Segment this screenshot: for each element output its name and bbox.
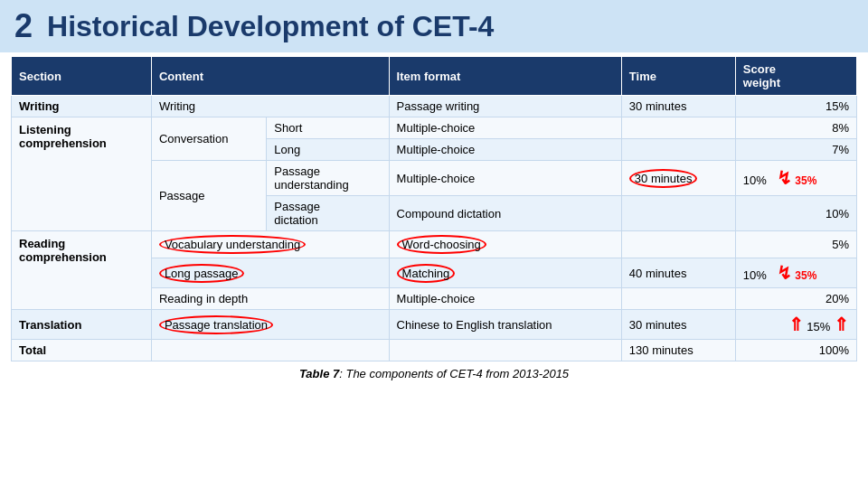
time-cell (621, 288, 735, 310)
item-format-cell: Multiple-choice (389, 139, 621, 161)
item-format-cell (389, 340, 621, 361)
score-cell: 10% ↯ 35% (735, 258, 856, 288)
content-cell: Writing (151, 96, 389, 117)
item-format-cell: Passage writing (389, 96, 621, 117)
score-group-value: 35% (795, 174, 816, 187)
sub-content-cell: Short (267, 117, 389, 139)
table-row: Translation Passage translation Chinese … (12, 310, 857, 340)
content-cell: Vocabulary understanding (151, 231, 389, 258)
score-cell: 10% ↯ 35% (735, 161, 856, 196)
vocab-circle: Vocabulary understanding (159, 235, 306, 254)
item-format-cell: Multiple-choice (389, 161, 621, 196)
table-row: Writing Writing Passage writing 30 minut… (12, 96, 857, 117)
time-cell (621, 231, 735, 258)
table-caption-row: Table 7: The components of CET-4 from 20… (12, 361, 857, 385)
item-format-cell: Multiple-choice (389, 288, 621, 310)
table-row: Listeningcomprehension Conversation Shor… (12, 117, 857, 139)
content-cell: Long passage (151, 258, 389, 288)
table-row-total: Total 130 minutes 100% (12, 340, 857, 361)
col-time: Time (621, 57, 735, 96)
score-group-value2: 35% (795, 269, 816, 282)
time-cell: 40 minutes (621, 258, 735, 288)
section-cell: Readingcomprehension (12, 231, 152, 310)
long-passage-circle: Long passage (159, 264, 244, 283)
score-cell: 100% (735, 340, 856, 361)
time-cell: 130 minutes (621, 340, 735, 361)
sub-content-cell: Passageunderstanding (267, 161, 389, 196)
passage-translation-circle: Passage translation (159, 315, 273, 334)
content-cell (151, 340, 389, 361)
arrow-down-icon: ↯ (777, 168, 792, 188)
sub-content-cell: Long (267, 139, 389, 161)
score-cell: 10% (735, 196, 856, 231)
matching-circle: Matching (397, 264, 456, 283)
score-cell: ⇑ 15% ⇑ (735, 310, 856, 340)
col-score-weight: Scoreweight (735, 57, 856, 96)
item-format-cell: Multiple-choice (389, 117, 621, 139)
col-section: Section (12, 57, 152, 96)
page-title: Historical Development of CET-4 (47, 10, 494, 43)
sub-content-cell: Passagedictation (267, 196, 389, 231)
content-cell: Passage (151, 161, 266, 231)
time-cell: 30 minutes (621, 161, 735, 196)
content-cell: Passage translation (151, 310, 389, 340)
arrow-up-icon2: ⇑ (834, 314, 849, 334)
item-format-cell: Word-choosing (389, 231, 621, 258)
score-cell: 7% (735, 139, 856, 161)
table-container: Section Content Item format Time Scorewe… (0, 52, 868, 388)
time-circle: 30 minutes (629, 169, 698, 188)
section-cell: Writing (12, 96, 152, 117)
item-format-cell: Matching (389, 258, 621, 288)
section-cell: Translation (12, 310, 152, 340)
score-cell: 15% (735, 96, 856, 117)
page-header: 2 Historical Development of CET-4 (0, 0, 868, 52)
section-cell: Total (12, 340, 152, 361)
table-row: Readingcomprehension Vocabulary understa… (12, 231, 857, 258)
score-value: 10% (743, 174, 767, 187)
time-cell (621, 196, 735, 231)
table-caption: Table 7: The components of CET-4 from 20… (12, 361, 857, 385)
time-cell (621, 139, 735, 161)
item-format-cell: Chinese to English translation (389, 310, 621, 340)
item-format-cell: Compound dictation (389, 196, 621, 231)
time-cell: 30 minutes (621, 96, 735, 117)
time-cell: 30 minutes (621, 310, 735, 340)
section-cell: Listeningcomprehension (12, 117, 152, 231)
time-cell (621, 117, 735, 139)
score-cell: 8% (735, 117, 856, 139)
score-cell: 20% (735, 288, 856, 310)
arrow-down-icon2: ↯ (777, 263, 792, 283)
word-choosing-circle: Word-choosing (397, 235, 486, 254)
content-cell: Conversation (151, 117, 266, 161)
score-cell: 5% (735, 231, 856, 258)
content-cell: Reading in depth (151, 288, 389, 310)
col-item-format: Item format (389, 57, 621, 96)
cet4-table: Section Content Item format Time Scorewe… (11, 56, 857, 384)
arrow-up-icon: ⇑ (788, 314, 804, 334)
page-number: 2 (14, 7, 33, 45)
col-content: Content (151, 57, 389, 96)
